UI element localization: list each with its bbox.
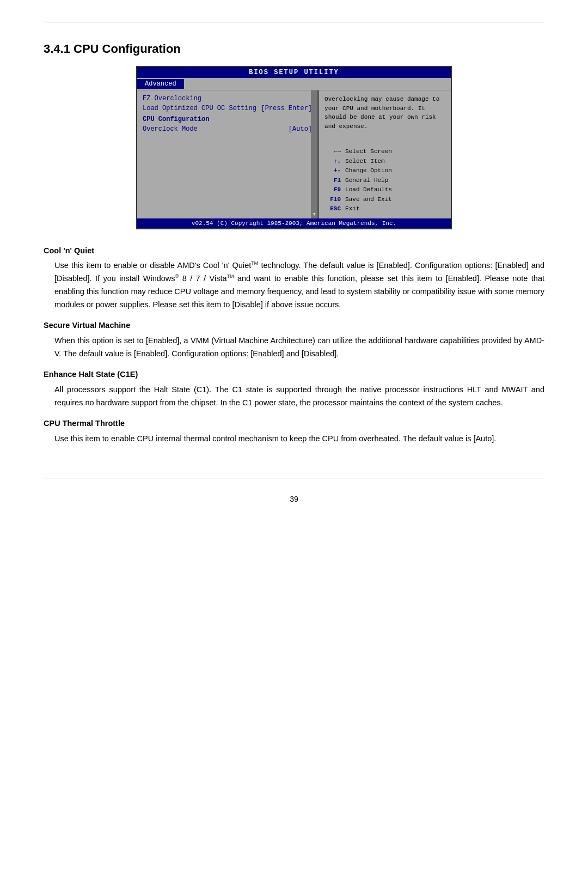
bios-cpu-config-label: CPU Configuration — [143, 115, 312, 123]
subsection-body-enhance-halt-state: All processors support the Halt State (C… — [54, 384, 544, 410]
bios-help-section: ←→ Select Screen ↑↓ Select Item +- Chang… — [324, 147, 445, 214]
bios-screenshot: BIOS SETUP UTILITY Advanced EZ Overclock… — [136, 66, 452, 229]
subsection-title-enhance-halt-state: Enhance Halt State (C1E) — [44, 368, 544, 381]
subsection-cpu-thermal-throttle: CPU Thermal Throttle Use this item to en… — [44, 417, 544, 446]
page-number: 39 — [44, 495, 544, 503]
bios-body: EZ Overclocking Load Optimized CPU OC Se… — [137, 90, 451, 218]
subsection-title-secure-virtual-machine: Secure Virtual Machine — [44, 319, 544, 332]
bios-title-bar: BIOS SETUP UTILITY — [137, 67, 451, 78]
bios-right-panel: Overclocking may cause damage to your CP… — [319, 90, 451, 218]
bios-footer: v02.54 (C) Copyright 1985-2003, American… — [137, 218, 451, 228]
bios-description: Overclocking may cause damage to your CP… — [324, 95, 445, 131]
subsection-enhance-halt-state: Enhance Halt State (C1E) All processors … — [44, 368, 544, 410]
bios-menu-advanced: Advanced — [137, 79, 184, 89]
bios-load-optimized-row: Load Optimized CPU OC Setting [Press Ent… — [143, 105, 312, 112]
subsection-secure-virtual-machine: Secure Virtual Machine When this option … — [44, 319, 544, 361]
subsection-body-cool-n-quiet: Use this item to enable or disable AMD's… — [54, 259, 544, 312]
subsection-body-cpu-thermal-throttle: Use this item to enable CPU internal the… — [54, 433, 544, 446]
bios-overclock-mode-row: Overclock Mode [Auto] — [143, 125, 312, 133]
subsection-body-secure-virtual-machine: When this option is set to [Enabled], a … — [54, 334, 544, 361]
bios-menu-bar: Advanced — [137, 78, 451, 90]
bios-ez-overclocking: EZ Overclocking — [143, 95, 312, 102]
content-body: Cool 'n' Quiet Use this item to enable o… — [44, 245, 544, 446]
subsection-cool-n-quiet: Cool 'n' Quiet Use this item to enable o… — [44, 245, 544, 312]
bios-left-panel: EZ Overclocking Load Optimized CPU OC Se… — [137, 90, 319, 218]
top-rule — [44, 22, 544, 22]
bottom-rule — [44, 478, 544, 478]
subsection-title-cool-n-quiet: Cool 'n' Quiet — [44, 245, 544, 258]
bios-scrollbar: ▼ — [311, 90, 317, 218]
subsection-title-cpu-thermal-throttle: CPU Thermal Throttle — [44, 417, 544, 430]
section-title: 3.4.1 CPU Configuration — [44, 42, 544, 56]
